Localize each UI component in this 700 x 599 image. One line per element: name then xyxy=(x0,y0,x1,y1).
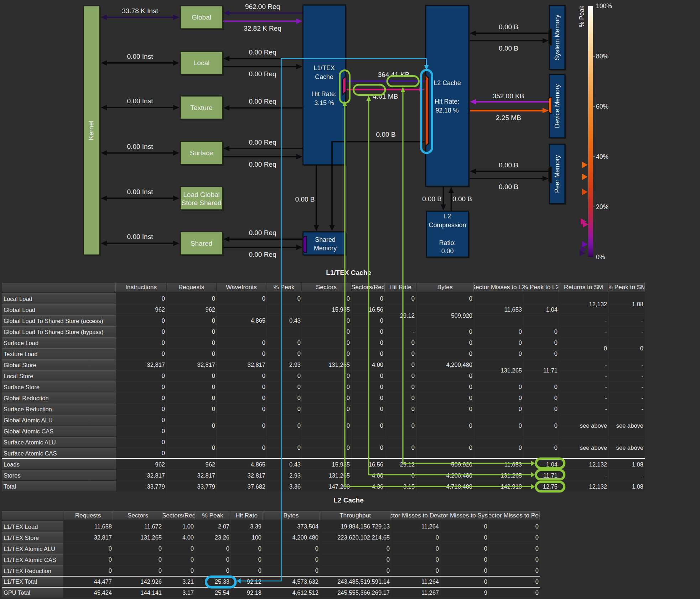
svg-text:Cache: Cache xyxy=(315,73,333,80)
svg-text:L2 Cache: L2 Cache xyxy=(434,79,461,87)
svg-text:Kernel: Kernel xyxy=(87,121,95,140)
svg-text:L2: L2 xyxy=(444,213,451,220)
svg-text:0.00 Inst: 0.00 Inst xyxy=(127,53,154,60)
svg-text:0.00 Inst: 0.00 Inst xyxy=(127,143,154,150)
svg-text:0.00 B: 0.00 B xyxy=(295,196,315,203)
svg-text:4.01 MB: 4.01 MB xyxy=(373,93,398,100)
svg-text:Store Shared: Store Shared xyxy=(182,199,222,207)
svg-text:0.00 Req: 0.00 Req xyxy=(249,70,276,78)
svg-text:Ratio:: Ratio: xyxy=(439,239,456,246)
svg-text:0.00 B: 0.00 B xyxy=(452,195,472,203)
svg-text:0.00 B: 0.00 B xyxy=(499,183,518,191)
svg-text:Local: Local xyxy=(193,59,209,67)
svg-text:0.00 Req: 0.00 Req xyxy=(249,139,276,146)
svg-text:364.41 KB: 364.41 KB xyxy=(378,71,410,78)
svg-text:60%: 60% xyxy=(596,103,608,110)
svg-text:0.00 B: 0.00 B xyxy=(499,45,518,52)
svg-text:80%: 80% xyxy=(596,53,608,60)
svg-text:2.25 MB: 2.25 MB xyxy=(496,114,521,121)
svg-text:0.00 Req: 0.00 Req xyxy=(249,251,276,258)
svg-text:962.00 Req: 962.00 Req xyxy=(245,3,280,10)
svg-text:0.00 Inst: 0.00 Inst xyxy=(127,233,154,240)
svg-text:Peer Memory: Peer Memory xyxy=(554,155,561,193)
svg-text:3.15 %: 3.15 % xyxy=(314,99,334,106)
svg-text:Global: Global xyxy=(192,14,211,21)
svg-text:40%: 40% xyxy=(596,153,608,160)
svg-text:0.00 Req: 0.00 Req xyxy=(249,161,276,168)
svg-text:Hit Rate:: Hit Rate: xyxy=(435,98,459,105)
svg-text:System Memory: System Memory xyxy=(554,15,561,61)
svg-text:0.00: 0.00 xyxy=(441,248,454,255)
svg-text:0.00 B: 0.00 B xyxy=(499,23,518,31)
svg-text:20%: 20% xyxy=(596,203,608,210)
svg-text:352.00 KB: 352.00 KB xyxy=(493,92,524,100)
svg-text:32.82 K Req: 32.82 K Req xyxy=(244,25,281,32)
svg-text:Load Global: Load Global xyxy=(183,191,219,198)
svg-text:0.00 B: 0.00 B xyxy=(376,131,396,138)
svg-text:92.18 %: 92.18 % xyxy=(435,107,458,114)
svg-text:0.00 Req: 0.00 Req xyxy=(249,98,276,105)
svg-text:Compression: Compression xyxy=(429,222,466,229)
svg-text:Memory: Memory xyxy=(314,245,337,252)
svg-text:0.00 Req: 0.00 Req xyxy=(249,48,276,56)
svg-text:0%: 0% xyxy=(596,254,605,261)
svg-text:0.00 B: 0.00 B xyxy=(422,195,442,203)
svg-text:L1/TEX: L1/TEX xyxy=(313,64,335,72)
svg-text:Surface: Surface xyxy=(190,149,213,157)
svg-text:0.00 Req: 0.00 Req xyxy=(249,229,276,236)
svg-text:0.00 Inst: 0.00 Inst xyxy=(127,188,154,196)
svg-text:Hit Rate:: Hit Rate: xyxy=(312,90,336,98)
svg-text:100%: 100% xyxy=(596,2,612,10)
svg-text:Texture: Texture xyxy=(190,104,212,111)
svg-text:Device Memory: Device Memory xyxy=(554,84,561,128)
svg-text:0.00 Inst: 0.00 Inst xyxy=(127,97,154,105)
svg-text:% Peak: % Peak xyxy=(578,6,585,27)
svg-text:Shared: Shared xyxy=(315,236,335,243)
svg-text:0.00 B: 0.00 B xyxy=(499,161,518,169)
svg-text:Shared: Shared xyxy=(191,240,212,247)
svg-text:33.78 K Inst: 33.78 K Inst xyxy=(122,7,158,15)
